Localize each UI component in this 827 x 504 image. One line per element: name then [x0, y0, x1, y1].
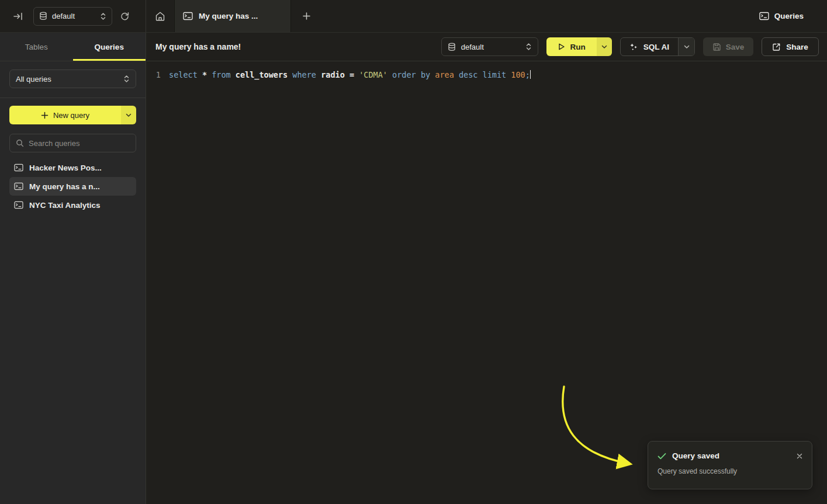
text-cursor	[530, 70, 531, 79]
chevron-down-icon	[126, 113, 132, 117]
code-line-content: select * from cell_towers where radio = …	[169, 69, 531, 81]
sql-ai-dropdown-button[interactable]	[678, 38, 694, 55]
plus-icon	[302, 12, 311, 20]
toolbar-actions: default Run	[441, 37, 819, 56]
run-dropdown-button[interactable]	[597, 37, 612, 56]
line-number: 1	[147, 69, 161, 81]
new-query-label: New query	[53, 111, 89, 120]
share-icon	[772, 43, 781, 51]
check-icon	[658, 453, 666, 460]
database-icon	[39, 12, 47, 20]
save-icon	[712, 43, 721, 51]
sql-ai-button[interactable]: SQL AI	[621, 38, 678, 55]
new-query-dropdown-button[interactable]	[121, 106, 136, 124]
sidebar-body: All queries New query	[0, 61, 146, 214]
queries-terminal-icon	[759, 12, 769, 20]
sql-editor[interactable]: 1 select * from cell_towers where radio …	[147, 61, 827, 81]
save-button[interactable]: Save	[703, 37, 753, 56]
search-icon	[16, 139, 24, 147]
toast-header: Query saved	[658, 451, 804, 460]
query-item-label: Hacker News Pos...	[29, 164, 102, 172]
search-queries-input[interactable]	[29, 139, 132, 148]
query-list: Hacker News Pos... My query has a n... N…	[9, 158, 136, 214]
query-item-label: My query has a n...	[29, 182, 100, 191]
chevron-updown-icon	[123, 75, 130, 83]
chevron-down-icon	[684, 45, 690, 49]
new-query-split-button: New query	[9, 106, 136, 124]
plus-icon	[41, 112, 49, 119]
query-terminal-icon	[14, 201, 23, 209]
sidebar-database-selector[interactable]: default	[33, 7, 112, 26]
share-label: Share	[786, 43, 808, 51]
sql-ai-split-button: SQL AI	[620, 37, 695, 56]
sidebar-divider	[0, 98, 146, 98]
sidebar: Tables Queries All queries New query	[0, 33, 146, 504]
query-terminal-icon	[183, 12, 193, 20]
query-terminal-icon	[14, 182, 23, 190]
new-tab-button[interactable]	[291, 0, 321, 32]
toast-message: Query saved successfully	[658, 467, 804, 475]
queries-indicator-label: Queries	[774, 12, 804, 20]
query-filter-select[interactable]: All queries	[9, 69, 136, 88]
collapse-sidebar-icon	[13, 11, 23, 22]
toast-title: Query saved	[672, 451, 790, 460]
chevron-updown-icon	[100, 12, 106, 20]
sidebar-tab-tables[interactable]: Tables	[0, 33, 73, 61]
new-query-button[interactable]: New query	[9, 106, 121, 124]
tab-my-query[interactable]: My query has ...	[174, 0, 291, 32]
sidebar-tab-queries[interactable]: Queries	[73, 33, 146, 61]
query-title: My query has a name!	[155, 42, 241, 51]
query-list-item[interactable]: My query has a n...	[9, 177, 136, 196]
code-line: 1 select * from cell_towers where radio …	[147, 69, 827, 81]
sparkles-icon	[629, 42, 638, 51]
main-panel: My query has a name! default	[147, 33, 827, 504]
refresh-icon	[120, 11, 130, 21]
run-split-button: Run	[546, 37, 612, 56]
home-button[interactable]	[146, 0, 174, 32]
collapse-sidebar-button[interactable]	[11, 9, 26, 24]
queries-indicator[interactable]: Queries	[759, 12, 804, 20]
refresh-button[interactable]	[117, 9, 132, 23]
toolbar-database-selector[interactable]: default	[441, 37, 538, 56]
tab-strip: My query has ...	[146, 0, 759, 32]
topbar-left-section: default	[0, 0, 146, 32]
home-icon	[155, 11, 165, 22]
run-button[interactable]: Run	[546, 37, 597, 56]
toolbar-database-value: default	[461, 43, 520, 51]
save-label: Save	[726, 43, 745, 51]
database-icon	[448, 43, 456, 51]
search-queries-box	[9, 134, 136, 152]
tab-label: My query has ...	[199, 12, 258, 20]
query-terminal-icon	[14, 164, 23, 172]
query-filter-value: All queries	[16, 75, 119, 84]
close-icon	[797, 453, 802, 459]
query-list-item[interactable]: Hacker News Pos...	[9, 158, 136, 177]
sql-ai-label: SQL AI	[643, 43, 669, 51]
toast-query-saved: Query saved Query saved successfully	[648, 441, 812, 489]
top-bar: default	[0, 0, 827, 33]
share-button[interactable]: Share	[762, 37, 819, 56]
database-selector-value: default	[52, 12, 95, 20]
query-toolbar: My query has a name! default	[147, 33, 827, 61]
chevron-down-icon	[601, 45, 607, 49]
sidebar-tabs: Tables Queries	[0, 33, 146, 61]
chevron-updown-icon	[525, 43, 532, 51]
query-item-label: NYC Taxi Analytics	[29, 201, 101, 210]
play-icon	[558, 43, 565, 51]
toast-close-button[interactable]	[795, 452, 804, 460]
run-label: Run	[570, 43, 586, 51]
query-list-item[interactable]: NYC Taxi Analytics	[9, 196, 136, 214]
